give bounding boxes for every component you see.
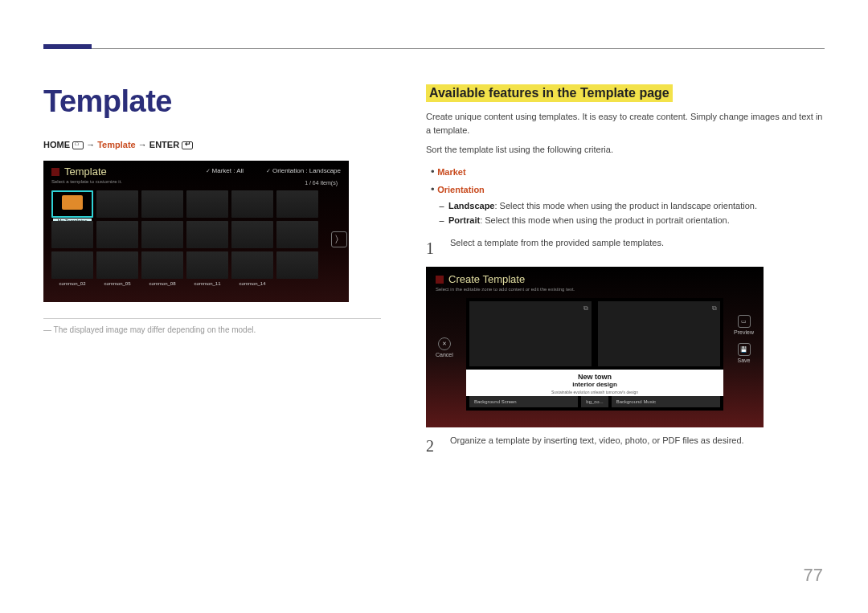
grid-cell[interactable]: common_13 (231, 221, 273, 248)
nav-enter-label: ENTER (149, 140, 182, 149)
grid-cell[interactable]: common_11 (186, 251, 228, 279)
filter-orientation[interactable]: Orientation : Landscape (266, 167, 341, 174)
save-icon: 💾 (738, 343, 751, 356)
grid-cell[interactable]: common_12 (231, 190, 273, 218)
media-slot[interactable]: ⧉ (598, 301, 720, 366)
save-label: Save (734, 358, 754, 363)
bullet-portrait-val: : Select this mode when using the produc… (480, 215, 730, 225)
grid-cell[interactable]: common_02 (51, 251, 93, 279)
shot1-title: Template (64, 166, 107, 178)
cell-label: common_14 (231, 281, 273, 286)
grid-cell-my-templates[interactable]: My Templates (51, 190, 93, 218)
grid-cell[interactable]: common_10 (186, 221, 228, 248)
cell-label: common_02 (51, 281, 93, 286)
cell-label: common_08 (141, 281, 183, 286)
text-line-1: New town (466, 373, 723, 381)
template-grid-screenshot: Template Select a template to customize … (43, 161, 349, 302)
grid-cell[interactable]: common_08 (141, 251, 183, 279)
grid-cell[interactable]: common_14 (231, 251, 273, 279)
paragraph: Sort the template list using the followi… (426, 143, 825, 157)
media-slot[interactable]: ⧉ (469, 301, 592, 366)
next-page-icon[interactable]: 〉 (331, 231, 347, 247)
cancel-icon: ✕ (438, 337, 451, 350)
shot1-subtitle: Select a template to customize it. (51, 179, 341, 184)
text-line-3: Sustainable evolution unleash tomorrow's… (466, 390, 723, 394)
media-icon: ⧉ (583, 304, 588, 313)
template-grid: My Templates common_03 common_06 common_… (51, 190, 341, 279)
step-number: 1 (426, 236, 439, 260)
step-2: 2 Organize a template by inserting text,… (426, 434, 825, 458)
nav-arrow-1: → (86, 140, 97, 149)
header-rule (43, 48, 825, 49)
app-icon (436, 276, 444, 284)
grid-cell[interactable]: common_07 (141, 221, 183, 248)
enter-icon (182, 141, 193, 149)
step-1: 1 Select a template from the provided sa… (426, 236, 825, 260)
cell-label: common_05 (96, 281, 138, 286)
divider (43, 318, 381, 319)
grid-cell[interactable]: common_01 (51, 221, 93, 248)
template-canvas: ⧉ ⧉ New town interior design Sustainable… (466, 298, 723, 411)
text-line-2: interior design (466, 381, 723, 388)
media-icon: ⧉ (712, 304, 717, 313)
nav-home-label: HOME (43, 140, 72, 149)
text-zone[interactable]: New town interior design Sustainable evo… (466, 370, 723, 396)
bullet-market: Market (437, 167, 465, 177)
nav-template-label: Template (97, 140, 135, 149)
step-text: Select a template from the provided samp… (450, 236, 664, 260)
grid-cell[interactable]: common_09 (186, 190, 228, 218)
filter-market[interactable]: Market : All (206, 167, 244, 174)
grid-cell[interactable]: common_03 (96, 190, 138, 218)
nav-arrow-2: → (138, 140, 149, 149)
grid-cell[interactable] (276, 190, 318, 218)
paragraph: Create unique content using templates. I… (426, 110, 825, 137)
shot2-title: Create Template (448, 273, 525, 285)
grid-cell[interactable]: common_05 (96, 251, 138, 279)
preview-label: Preview (734, 329, 754, 335)
preview-icon: ▭ (738, 315, 751, 328)
cancel-button[interactable]: ✕ Cancel (436, 337, 453, 358)
item-count: 1 / 64 item(s) (305, 180, 338, 186)
section-heading: Available features in the Template page (426, 84, 673, 102)
header-tab-accent (43, 44, 92, 49)
cell-label: common_11 (186, 281, 228, 286)
app-icon (51, 168, 59, 176)
step-number: 2 (426, 434, 439, 458)
folder-icon (62, 195, 83, 210)
preview-button[interactable]: ▭ Preview (734, 315, 754, 335)
grid-cell[interactable] (276, 251, 318, 279)
grid-cell[interactable]: common_06 (141, 190, 183, 218)
bullet-landscape-key: Landscape (448, 201, 494, 210)
grid-cell[interactable] (276, 221, 318, 248)
bullet-landscape-val: : Select this mode when using the produc… (494, 201, 757, 210)
page-heading: Template (43, 84, 381, 119)
criteria-list: Market Orientation Landscape: Select thi… (431, 163, 825, 229)
background-screen-value[interactable]: bg_co... (581, 396, 608, 407)
step-text: Organize a template by inserting text, v… (450, 434, 744, 458)
background-music-button[interactable]: Background Music (612, 396, 720, 407)
home-icon (72, 141, 84, 149)
create-template-screenshot: Create Template Select in the editable z… (426, 267, 764, 427)
footnote: ― The displayed image may differ dependi… (43, 325, 381, 334)
nav-path: HOME → Template → ENTER (43, 140, 381, 149)
save-button[interactable]: 💾 Save (734, 343, 754, 363)
background-screen-button[interactable]: Background Screen (469, 396, 578, 407)
bullet-portrait-key: Portrait (448, 215, 480, 225)
bullet-orientation: Orientation (437, 185, 485, 194)
grid-cell[interactable]: common_04 (96, 221, 138, 248)
shot2-subtitle: Select in the editable zone to add conte… (436, 287, 754, 292)
page-number: 77 (804, 565, 823, 586)
cancel-label: Cancel (436, 352, 453, 358)
